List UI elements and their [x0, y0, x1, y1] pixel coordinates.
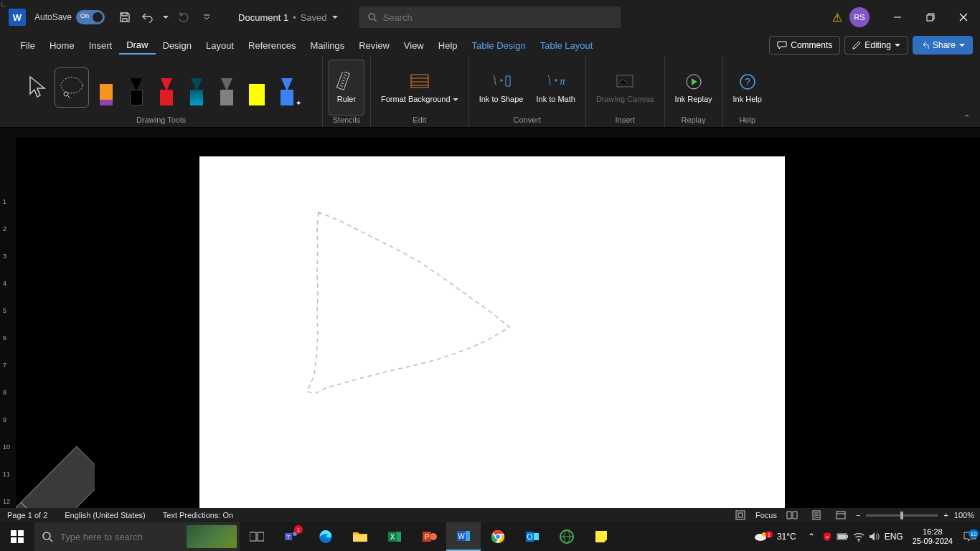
tab-references[interactable]: References: [241, 37, 303, 54]
pen-gray[interactable]: [214, 67, 240, 108]
search-box[interactable]: [359, 6, 621, 28]
customize-qat-dropdown[interactable]: [197, 7, 217, 27]
excel-icon[interactable]: X: [377, 522, 412, 551]
taskbar-search[interactable]: [34, 522, 240, 551]
tab-design[interactable]: Design: [156, 37, 199, 54]
vertical-ruler[interactable]: 123456789101112: [0, 138, 16, 508]
tab-file[interactable]: File: [13, 37, 42, 54]
document-page[interactable]: [199, 156, 785, 508]
sticky-notes-icon[interactable]: [584, 522, 618, 551]
warning-icon[interactable]: ⚠: [832, 11, 842, 24]
tab-insert[interactable]: Insert: [82, 37, 120, 54]
ruler-button[interactable]: Ruler: [329, 60, 364, 116]
highlighter-yellow[interactable]: [244, 67, 270, 108]
outlook-icon[interactable]: O: [515, 522, 550, 551]
comment-icon: [777, 40, 787, 50]
svg-text:?: ?: [745, 76, 750, 88]
search-icon: [42, 531, 53, 542]
lasso-selection-path: [300, 207, 522, 408]
read-mode-button[interactable]: [783, 509, 801, 522]
svg-rect-31: [11, 530, 17, 536]
help-icon: ?: [736, 70, 759, 93]
document-area: 123456789101112: [0, 138, 980, 508]
zoom-in-button[interactable]: +: [943, 511, 948, 519]
format-background-button[interactable]: Format Background: [377, 60, 463, 116]
drawing-canvas-button: Drawing Canvas: [592, 60, 659, 116]
page-indicator[interactable]: Page 1 of 2: [7, 511, 47, 519]
zoom-out-button[interactable]: −: [856, 511, 860, 519]
zoom-level[interactable]: 100%: [954, 511, 974, 519]
collapse-ribbon-button[interactable]: ⌃: [963, 113, 970, 123]
close-button[interactable]: [947, 0, 980, 34]
pen-red[interactable]: [154, 67, 179, 108]
pen-black[interactable]: [123, 67, 149, 108]
redo-button[interactable]: [174, 7, 194, 27]
zoom-slider[interactable]: [866, 514, 938, 517]
user-avatar[interactable]: RS: [849, 7, 870, 27]
task-view-button[interactable]: [240, 522, 274, 551]
wifi-icon[interactable]: [851, 532, 867, 542]
tray-expand-icon[interactable]: ⌃: [804, 532, 819, 542]
ink-replay-button[interactable]: Ink Replay: [671, 60, 717, 116]
minimize-button[interactable]: [881, 0, 914, 34]
web-layout-button[interactable]: [831, 509, 850, 522]
select-tool[interactable]: [23, 67, 50, 108]
tab-table-design[interactable]: Table Design: [465, 37, 533, 54]
tab-review[interactable]: Review: [352, 37, 397, 54]
powerpoint-icon[interactable]: P: [412, 522, 446, 551]
ink-help-button[interactable]: ? Ink Help: [729, 60, 766, 116]
svg-point-47: [430, 533, 437, 540]
document-title[interactable]: Document 1 • Saved: [238, 12, 339, 23]
teams-icon[interactable]: T1: [274, 522, 308, 551]
battery-icon[interactable]: [835, 532, 851, 541]
lasso-select-tool[interactable]: [55, 67, 89, 108]
focus-mode-button[interactable]: [731, 509, 750, 522]
notifications-button[interactable]: 10: [960, 531, 980, 542]
taskbar-clock[interactable]: 16:28 25-09-2024: [905, 527, 960, 546]
browser-icon[interactable]: [550, 522, 584, 551]
ink-to-math-button[interactable]: π Ink to Math: [532, 60, 579, 116]
edge-icon[interactable]: [308, 522, 343, 551]
tab-layout[interactable]: Layout: [199, 37, 241, 54]
text-predictions-indicator[interactable]: Text Predictions: On: [163, 511, 233, 519]
pen-orange[interactable]: [93, 67, 119, 108]
search-input[interactable]: [383, 12, 613, 23]
chrome-icon[interactable]: [481, 522, 515, 551]
tab-home[interactable]: Home: [42, 37, 82, 54]
language-indicator[interactable]: English (United States): [65, 511, 146, 519]
maximize-button[interactable]: [914, 0, 947, 34]
word-taskbar-icon[interactable]: W: [446, 522, 481, 551]
ruler-icon: [335, 70, 358, 93]
onscreen-ruler-tool[interactable]: [16, 429, 95, 508]
undo-button[interactable]: [138, 7, 158, 27]
share-button[interactable]: Share: [913, 36, 973, 55]
tab-draw[interactable]: Draw: [119, 37, 155, 55]
language-indicator[interactable]: ENG: [882, 532, 905, 542]
document-canvas[interactable]: [16, 138, 980, 508]
tab-view[interactable]: View: [397, 37, 431, 54]
svg-text:T: T: [287, 534, 291, 540]
pen-teal[interactable]: [184, 67, 209, 108]
tab-mailings[interactable]: Mailings: [303, 37, 352, 54]
editing-mode-button[interactable]: Editing: [844, 36, 908, 55]
ink-to-shape-button[interactable]: Ink to Shape: [475, 60, 528, 116]
start-button[interactable]: [0, 522, 34, 551]
weather-widget[interactable]: 1 31°C: [753, 529, 796, 545]
save-icon[interactable]: [115, 7, 135, 27]
tray-security-icon[interactable]: ×: [819, 532, 835, 542]
svg-rect-32: [18, 530, 24, 536]
print-layout-button[interactable]: [807, 509, 826, 522]
taskbar-search-input[interactable]: [60, 532, 175, 542]
svg-rect-44: [397, 532, 401, 542]
drawing-canvas-icon: [613, 70, 636, 93]
autosave-toggle[interactable]: On: [76, 10, 105, 24]
tab-help[interactable]: Help: [431, 37, 465, 54]
volume-icon[interactable]: [867, 532, 882, 542]
focus-label[interactable]: Focus: [755, 511, 777, 519]
tab-table-layout[interactable]: Table Layout: [533, 37, 600, 54]
tab-selector[interactable]: ∟: [0, 0, 7, 7]
pen-blue-sparkle[interactable]: ✦: [274, 67, 300, 108]
comments-button[interactable]: Comments: [769, 36, 840, 55]
file-explorer-icon[interactable]: [343, 522, 377, 551]
undo-dropdown[interactable]: [161, 7, 171, 27]
